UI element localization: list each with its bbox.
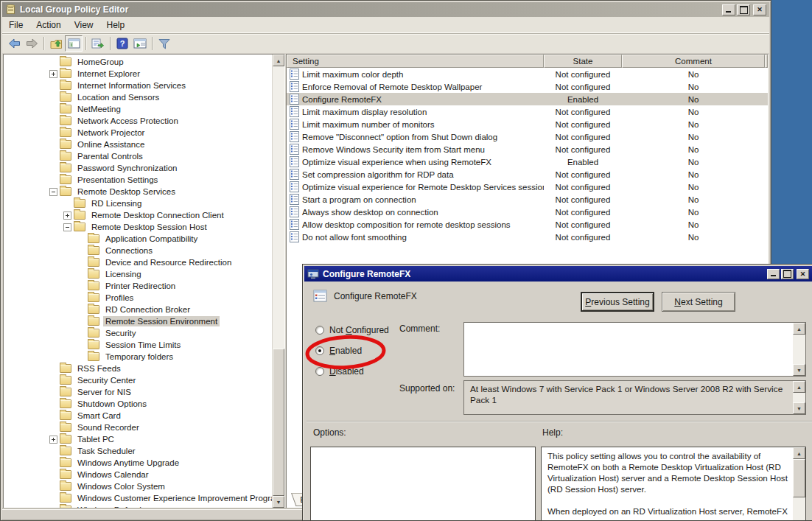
filter-button[interactable]	[155, 35, 173, 52]
menu-action[interactable]: Action	[29, 18, 67, 32]
tree-item[interactable]: Internet Explorer	[4, 68, 284, 80]
tree-item[interactable]: Online Assistance	[4, 139, 284, 150]
show-console-tree-button[interactable]	[65, 35, 83, 52]
tree-item[interactable]: Windows Customer Experience Improvement …	[4, 492, 284, 504]
tree-item[interactable]: Remote Desktop Session Host	[4, 221, 284, 233]
policy-row[interactable]: Limit maximum color depth Not configured…	[287, 68, 768, 80]
scroll-up-button[interactable]: ▲	[793, 447, 805, 459]
tree-item[interactable]: RD Licensing	[4, 197, 284, 209]
scroll-down-button[interactable]: ▼	[273, 496, 284, 508]
help-text-box[interactable]: This policy setting allows you to contro…	[541, 447, 806, 521]
column-header-comment[interactable]: Comment	[622, 55, 765, 68]
scroll-up-button[interactable]: ▲	[273, 55, 284, 66]
minimize-button[interactable]	[722, 4, 735, 15]
menu-help[interactable]: Help	[100, 18, 132, 32]
tree-scrollbar[interactable]: ▲ ▼	[272, 55, 284, 508]
radio-option[interactable]: Not Configured	[315, 324, 389, 335]
comment-textarea[interactable]: ▲ ▼	[463, 322, 806, 377]
tree-item[interactable]: Shutdown Options	[4, 398, 284, 410]
tree-item[interactable]: RD Connection Broker	[4, 304, 284, 315]
dialog-minimize-button[interactable]	[767, 269, 780, 279]
tree-item[interactable]: Internet Information Services	[4, 80, 284, 91]
comment-scrollbar[interactable]: ▲ ▼	[793, 323, 805, 376]
policy-row[interactable]: Configure RemoteFX Enabled No	[287, 93, 768, 105]
tree-item[interactable]: Remote Desktop Services	[4, 186, 284, 197]
back-button[interactable]	[5, 35, 23, 52]
tree-item[interactable]: Windows Anytime Upgrade	[4, 457, 284, 469]
expand-toggle-icon[interactable]	[49, 70, 57, 78]
forward-button[interactable]	[23, 35, 41, 52]
help-button[interactable]: ?	[113, 35, 131, 52]
menu-view[interactable]: View	[68, 18, 100, 32]
tree-item[interactable]: Windows Color System	[4, 480, 284, 492]
dialog-close-button[interactable]: ✕	[797, 269, 809, 279]
up-one-level-button[interactable]	[47, 35, 65, 52]
supported-scrollbar[interactable]: ▲ ▼	[793, 381, 805, 414]
tree-item[interactable]: Remote Session Environment	[4, 315, 284, 327]
scrollbar-thumb[interactable]	[273, 349, 284, 496]
tree-item[interactable]: Presentation Settings	[4, 174, 284, 186]
maximize-button[interactable]	[737, 4, 750, 15]
tree-item[interactable]: Security	[4, 327, 284, 339]
close-button[interactable]: ✕	[753, 4, 766, 15]
policy-row[interactable]: Optimize visual experience for Remote De…	[287, 181, 768, 193]
tree-item[interactable]: Profiles	[4, 292, 284, 304]
tree-item[interactable]: Remote Desktop Connection Client	[4, 209, 284, 221]
tree-item[interactable]: Printer Redirection	[4, 280, 284, 292]
title-bar[interactable]: Local Group Policy Editor ✕	[2, 2, 769, 17]
scroll-down-button[interactable]: ▼	[793, 364, 805, 376]
dialog-title-bar[interactable]: Configure RemoteFX ✕	[304, 266, 812, 282]
expand-toggle-icon[interactable]	[63, 223, 71, 231]
tree-item[interactable]: Parental Controls	[4, 150, 284, 162]
scrollbar-thumb[interactable]	[793, 459, 805, 497]
tree-item[interactable]: Temporary folders	[4, 351, 284, 363]
policy-row[interactable]: Limit maximum number of monitors Not con…	[287, 118, 768, 130]
tree-item[interactable]: Server for NIS	[4, 386, 284, 398]
policy-row[interactable]: Limit maximum display resolution Not con…	[287, 105, 768, 118]
radio-option[interactable]: Disabled	[315, 366, 389, 377]
scroll-down-button[interactable]: ▼	[793, 402, 805, 414]
tree-item[interactable]: HomeGroup	[4, 56, 284, 68]
show-extended-pane-button[interactable]	[131, 35, 149, 52]
policy-row[interactable]: Allow desktop composition for remote des…	[287, 218, 768, 231]
radio-option[interactable]: Enabled	[315, 345, 389, 356]
tree-item[interactable]: Network Access Protection	[4, 115, 284, 127]
scroll-up-button[interactable]: ▲	[793, 381, 805, 393]
tree-item[interactable]: Windows Defender	[4, 504, 284, 508]
expand-toggle-icon[interactable]	[49, 436, 57, 444]
tree-item[interactable]: Tablet PC	[4, 433, 284, 445]
tree-item[interactable]: Session Time Limits	[4, 339, 284, 351]
help-scrollbar[interactable]: ▲	[793, 447, 805, 521]
tree-item[interactable]: Location and Sensors	[4, 91, 284, 103]
tree-item[interactable]: Smart Card	[4, 410, 284, 422]
policy-row[interactable]: Remove "Disconnect" option from Shut Dow…	[287, 130, 768, 143]
tree-item[interactable]: Task Scheduler	[4, 445, 284, 457]
export-list-button[interactable]	[89, 35, 107, 52]
expand-toggle-icon[interactable]	[63, 211, 71, 220]
scroll-up-button[interactable]: ▲	[793, 323, 805, 335]
policy-row[interactable]: Remove Windows Security item from Start …	[287, 143, 768, 155]
column-header-state[interactable]: State	[544, 55, 622, 68]
tree-item[interactable]: Password Synchronization	[4, 162, 284, 174]
column-header-setting[interactable]: Setting	[287, 55, 544, 68]
tree-item[interactable]: RSS Feeds	[4, 363, 284, 374]
tree-item[interactable]: Windows Calendar	[4, 469, 284, 480]
policy-row[interactable]: Set compression algorithm for RDP data N…	[287, 168, 768, 181]
tree-item[interactable]: Connections	[4, 245, 284, 256]
tree-item[interactable]: Licensing	[4, 268, 284, 280]
tree-item[interactable]: Device and Resource Redirection	[4, 256, 284, 268]
previous-setting-button[interactable]: Previous Setting	[581, 292, 654, 312]
tree-item[interactable]: Sound Recorder	[4, 422, 284, 433]
policy-row[interactable]: Always show desktop on connection Not co…	[287, 206, 768, 218]
policy-row[interactable]: Enforce Removal of Remote Desktop Wallpa…	[287, 80, 768, 93]
policy-row[interactable]: Do not allow font smoothing Not configur…	[287, 231, 768, 243]
tree-item[interactable]: NetMeeting	[4, 103, 284, 115]
tree-item[interactable]: Security Center	[4, 374, 284, 386]
tree-item[interactable]: Network Projector	[4, 127, 284, 139]
policy-row[interactable]: Start a program on connection Not config…	[287, 193, 768, 206]
next-setting-button[interactable]: Next Setting	[662, 292, 735, 312]
expand-toggle-icon[interactable]	[49, 188, 57, 196]
tree-item[interactable]: Application Compatibility	[4, 233, 284, 245]
menu-file[interactable]: File	[2, 18, 29, 32]
dialog-maximize-button[interactable]	[781, 269, 794, 279]
